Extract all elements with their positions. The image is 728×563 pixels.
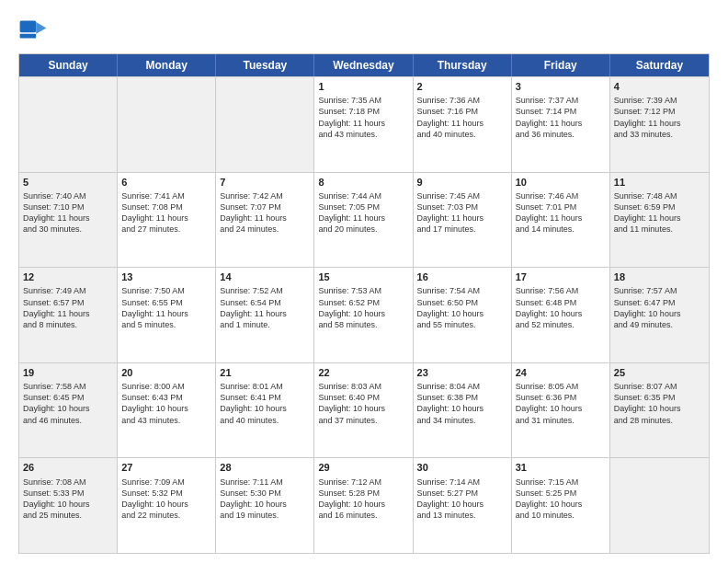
cal-cell-12: 12Sunrise: 7:49 AM Sunset: 6:57 PM Dayli… (19, 268, 118, 362)
cal-cell-info: Sunrise: 7:52 AM Sunset: 6:54 PM Dayligh… (220, 285, 310, 330)
cal-cell-info: Sunrise: 8:04 AM Sunset: 6:38 PM Dayligh… (417, 381, 507, 426)
day-number: 30 (417, 461, 507, 474)
cal-cell-info: Sunrise: 8:05 AM Sunset: 6:36 PM Dayligh… (516, 381, 606, 426)
cal-week-3: 19Sunrise: 7:58 AM Sunset: 6:45 PM Dayli… (19, 362, 709, 458)
logo (18, 15, 51, 44)
cal-cell-25: 25Sunrise: 8:07 AM Sunset: 6:35 PM Dayli… (610, 363, 709, 458)
day-number: 26 (23, 461, 113, 474)
cal-cell-info: Sunrise: 7:37 AM Sunset: 7:14 PM Dayligh… (516, 95, 606, 140)
day-number: 15 (318, 270, 408, 283)
cal-cell-info: Sunrise: 7:39 AM Sunset: 7:12 PM Dayligh… (614, 95, 705, 140)
header (18, 15, 710, 44)
cal-cell-5: 5Sunrise: 7:40 AM Sunset: 7:10 PM Daylig… (19, 173, 118, 268)
cal-cell-14: 14Sunrise: 7:52 AM Sunset: 6:54 PM Dayli… (216, 268, 314, 362)
cal-cell-info: Sunrise: 7:50 AM Sunset: 6:55 PM Dayligh… (121, 285, 211, 330)
cal-cell-31: 31Sunrise: 7:15 AM Sunset: 5:25 PM Dayli… (512, 458, 610, 553)
cal-cell-27: 27Sunrise: 7:09 AM Sunset: 5:32 PM Dayli… (118, 458, 216, 553)
cal-cell-info: Sunrise: 8:00 AM Sunset: 6:43 PM Dayligh… (121, 381, 211, 426)
cal-cell-28: 28Sunrise: 7:11 AM Sunset: 5:30 PM Dayli… (216, 458, 314, 553)
cal-cell-info: Sunrise: 7:46 AM Sunset: 7:01 PM Dayligh… (516, 190, 606, 236)
day-number: 20 (121, 366, 211, 379)
day-number: 9 (417, 176, 507, 189)
cal-cell-info: Sunrise: 7:36 AM Sunset: 7:16 PM Dayligh… (417, 95, 507, 140)
day-number: 11 (614, 176, 705, 189)
cal-week-0: 1Sunrise: 7:35 AM Sunset: 7:18 PM Daylig… (19, 76, 709, 172)
cal-cell-11: 11Sunrise: 7:48 AM Sunset: 6:59 PM Dayli… (610, 173, 709, 268)
day-number: 22 (318, 366, 408, 379)
day-number: 31 (516, 461, 606, 474)
cal-cell-19: 19Sunrise: 7:58 AM Sunset: 6:45 PM Dayli… (19, 363, 118, 458)
day-number: 27 (121, 461, 211, 474)
cal-cell-9: 9Sunrise: 7:45 AM Sunset: 7:03 PM Daylig… (414, 173, 512, 268)
cal-cell-empty-0-0 (19, 77, 118, 172)
day-number: 14 (220, 270, 310, 283)
day-number: 18 (614, 270, 705, 283)
cal-cell-info: Sunrise: 7:57 AM Sunset: 6:47 PM Dayligh… (614, 285, 705, 330)
cal-cell-22: 22Sunrise: 8:03 AM Sunset: 6:40 PM Dayli… (314, 363, 413, 458)
cal-cell-6: 6Sunrise: 7:41 AM Sunset: 7:08 PM Daylig… (118, 173, 216, 268)
day-number: 19 (23, 366, 113, 379)
cal-cell-info: Sunrise: 7:44 AM Sunset: 7:05 PM Dayligh… (318, 190, 408, 236)
day-number: 28 (220, 461, 310, 474)
day-number: 5 (23, 176, 113, 189)
cal-cell-4: 4Sunrise: 7:39 AM Sunset: 7:12 PM Daylig… (610, 77, 709, 172)
cal-cell-15: 15Sunrise: 7:53 AM Sunset: 6:52 PM Dayli… (314, 268, 413, 362)
cal-cell-info: Sunrise: 7:40 AM Sunset: 7:10 PM Dayligh… (23, 190, 113, 236)
cal-cell-empty-0-2 (216, 77, 314, 172)
cal-cell-30: 30Sunrise: 7:14 AM Sunset: 5:27 PM Dayli… (414, 458, 512, 553)
day-number: 6 (121, 176, 211, 189)
day-number: 2 (417, 80, 507, 93)
cal-cell-24: 24Sunrise: 8:05 AM Sunset: 6:36 PM Dayli… (512, 363, 610, 458)
cal-header-day-saturday: Saturday (610, 54, 709, 76)
cal-cell-18: 18Sunrise: 7:57 AM Sunset: 6:47 PM Dayli… (610, 268, 709, 362)
day-number: 7 (220, 176, 310, 189)
day-number: 3 (516, 80, 606, 93)
cal-cell-17: 17Sunrise: 7:56 AM Sunset: 6:48 PM Dayli… (512, 268, 610, 362)
cal-header-day-thursday: Thursday (414, 54, 512, 76)
calendar-body: 1Sunrise: 7:35 AM Sunset: 7:18 PM Daylig… (19, 76, 709, 553)
cal-cell-info: Sunrise: 7:14 AM Sunset: 5:27 PM Dayligh… (417, 477, 507, 522)
calendar-header: SundayMondayTuesdayWednesdayThursdayFrid… (19, 54, 709, 76)
cal-cell-21: 21Sunrise: 8:01 AM Sunset: 6:41 PM Dayli… (216, 363, 314, 458)
cal-cell-info: Sunrise: 7:49 AM Sunset: 6:57 PM Dayligh… (23, 285, 113, 330)
cal-cell-2: 2Sunrise: 7:36 AM Sunset: 7:16 PM Daylig… (414, 77, 512, 172)
day-number: 8 (318, 176, 408, 189)
cal-cell-info: Sunrise: 7:48 AM Sunset: 6:59 PM Dayligh… (614, 190, 705, 236)
cal-cell-7: 7Sunrise: 7:42 AM Sunset: 7:07 PM Daylig… (216, 173, 314, 268)
day-number: 10 (516, 176, 606, 189)
cal-cell-info: Sunrise: 7:42 AM Sunset: 7:07 PM Dayligh… (220, 190, 310, 236)
cal-week-1: 5Sunrise: 7:40 AM Sunset: 7:10 PM Daylig… (19, 172, 709, 268)
day-number: 12 (23, 270, 113, 283)
svg-rect-2 (20, 34, 37, 39)
day-number: 21 (220, 366, 310, 379)
day-number: 23 (417, 366, 507, 379)
cal-cell-info: Sunrise: 7:09 AM Sunset: 5:32 PM Dayligh… (121, 477, 211, 522)
cal-cell-info: Sunrise: 8:01 AM Sunset: 6:41 PM Dayligh… (220, 381, 310, 426)
cal-header-day-wednesday: Wednesday (314, 54, 413, 76)
cal-cell-empty-0-1 (118, 77, 216, 172)
svg-rect-0 (20, 20, 37, 32)
cal-cell-29: 29Sunrise: 7:12 AM Sunset: 5:28 PM Dayli… (314, 458, 413, 553)
cal-cell-info: Sunrise: 8:07 AM Sunset: 6:35 PM Dayligh… (614, 381, 705, 426)
cal-cell-3: 3Sunrise: 7:37 AM Sunset: 7:14 PM Daylig… (512, 77, 610, 172)
cal-cell-8: 8Sunrise: 7:44 AM Sunset: 7:05 PM Daylig… (314, 173, 413, 268)
cal-cell-info: Sunrise: 7:54 AM Sunset: 6:50 PM Dayligh… (417, 285, 507, 330)
cal-cell-16: 16Sunrise: 7:54 AM Sunset: 6:50 PM Dayli… (414, 268, 512, 362)
day-number: 24 (516, 366, 606, 379)
cal-cell-info: Sunrise: 7:58 AM Sunset: 6:45 PM Dayligh… (23, 381, 113, 426)
cal-cell-info: Sunrise: 7:45 AM Sunset: 7:03 PM Dayligh… (417, 190, 507, 236)
day-number: 25 (614, 366, 705, 379)
cal-cell-1: 1Sunrise: 7:35 AM Sunset: 7:18 PM Daylig… (314, 77, 413, 172)
day-number: 29 (318, 461, 408, 474)
day-number: 13 (121, 270, 211, 283)
cal-header-day-monday: Monday (118, 54, 216, 76)
cal-header-day-sunday: Sunday (19, 54, 118, 76)
logo-icon (18, 15, 48, 44)
calendar: SundayMondayTuesdayWednesdayThursdayFrid… (18, 53, 710, 554)
cal-cell-info: Sunrise: 7:41 AM Sunset: 7:08 PM Dayligh… (121, 190, 211, 236)
svg-marker-1 (36, 22, 46, 34)
cal-header-day-friday: Friday (512, 54, 610, 76)
cal-cell-13: 13Sunrise: 7:50 AM Sunset: 6:55 PM Dayli… (118, 268, 216, 362)
cal-cell-info: Sunrise: 7:15 AM Sunset: 5:25 PM Dayligh… (516, 477, 606, 522)
cal-cell-empty-4-6 (610, 458, 709, 553)
